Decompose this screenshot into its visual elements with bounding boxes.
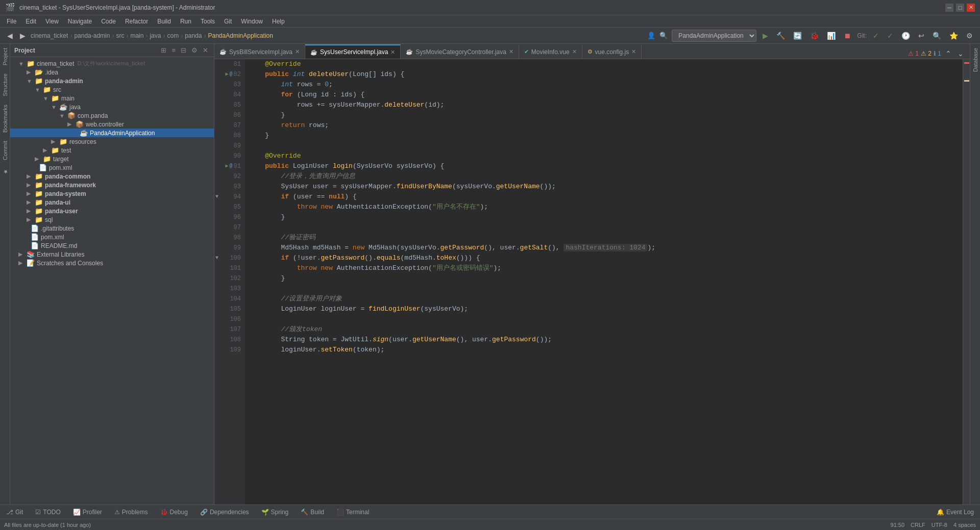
panel-sort-button[interactable]: ≡ <box>170 46 177 55</box>
tool-debug[interactable]: 🐞 Debug <box>158 508 190 517</box>
search-nav-icon[interactable]: 🔍 <box>659 32 668 40</box>
panel-layout-button[interactable]: ⊞ <box>159 46 168 55</box>
breadcrumb-class[interactable]: PandaAdminApplication <box>208 32 273 39</box>
tree-item-panda-ui[interactable]: ▶ 📁 panda-ui <box>10 198 214 207</box>
tab-movieinfo[interactable]: ✔ MovieInfo.vue ✕ <box>519 44 582 59</box>
at-gutter-icon-82[interactable]: @ <box>230 69 233 80</box>
tree-item-com-panda[interactable]: ▼ 📦 com.panda <box>10 111 214 120</box>
tab-vueconfig[interactable]: ⚙ vue.config.js ✕ <box>582 44 642 59</box>
menu-refactor[interactable]: Refactor <box>121 17 152 26</box>
breadcrumb-src[interactable]: src <box>116 32 124 39</box>
tool-dependencies[interactable]: 🔗 Dependencies <box>198 508 251 517</box>
minimize-button[interactable]: ─ <box>945 4 953 12</box>
git-history-button[interactable]: 🕐 <box>899 31 912 41</box>
tool-problems[interactable]: ⚠ Problems <box>112 508 150 517</box>
menu-navigate[interactable]: Navigate <box>64 17 96 26</box>
tree-item-panda-user[interactable]: ▶ 📁 panda-user <box>10 207 214 215</box>
tree-item-main[interactable]: ▼ 📁 main <box>10 94 214 103</box>
tree-item-idea[interactable]: ▶ 📂 .idea <box>10 68 214 77</box>
menu-tools[interactable]: Tools <box>197 17 219 26</box>
tree-item-src[interactable]: ▼ 📁 src <box>10 85 214 94</box>
tool-terminal[interactable]: ⬛ Terminal <box>334 508 371 517</box>
status-crlf[interactable]: CRLF <box>911 522 925 528</box>
tool-todo[interactable]: ☑ TODO <box>33 508 62 517</box>
status-charset[interactable]: UTF-8 <box>932 522 947 528</box>
bookmark-button[interactable]: ⭐ <box>947 31 960 41</box>
git-check-button[interactable]: ✓ <box>871 31 881 41</box>
tree-item-panda-system[interactable]: ▶ 📁 panda-system <box>10 189 214 198</box>
tool-build[interactable]: 🔨 Build <box>299 508 326 517</box>
tab-sysbill-close[interactable]: ✕ <box>295 48 300 55</box>
tree-item-gitattributes[interactable]: 📄 .gitattributes <box>10 224 214 233</box>
tab-vueconfig-close[interactable]: ✕ <box>631 48 636 55</box>
build-button[interactable]: 🔨 <box>774 31 787 41</box>
tab-sysmovie[interactable]: ☕ SysMovieCategoryController.java ✕ <box>401 44 519 59</box>
menu-help[interactable]: Help <box>268 17 289 26</box>
breadcrumb-main[interactable]: main <box>130 32 143 39</box>
menu-build[interactable]: Build <box>153 17 175 26</box>
git-rollback-button[interactable]: ↩ <box>916 31 926 41</box>
menu-run[interactable]: Run <box>176 17 195 26</box>
tool-git[interactable]: ⎇ Git <box>4 508 25 517</box>
menu-window[interactable]: Window <box>237 17 267 26</box>
collapse-editor-button[interactable]: ⌄ <box>955 48 966 59</box>
back-button[interactable]: ◀ <box>5 31 15 41</box>
tree-item-web-controller[interactable]: ▶ 📦 web.controller <box>10 120 214 129</box>
tree-item-panda-common[interactable]: ▶ 📁 panda-common <box>10 172 214 181</box>
profile-icon[interactable]: 👤 <box>647 32 655 40</box>
breadcrumb-module[interactable]: panda-admin <box>74 32 110 39</box>
settings-button[interactable]: ⚙ <box>964 31 975 41</box>
run-config-select[interactable]: PandaAdminApplication <box>672 30 756 42</box>
expand-editor-button[interactable]: ⌃ <box>943 48 953 59</box>
tree-item-test[interactable]: ▶ 📁 test <box>10 146 214 155</box>
tab-sysuser-close[interactable]: ✕ <box>390 49 395 56</box>
tree-item-resources[interactable]: ▶ 📁 resources <box>10 137 214 146</box>
forward-button[interactable]: ▶ <box>18 31 28 41</box>
sidebar-bookmarks-label[interactable]: Bookmarks <box>1 100 9 137</box>
breadcrumb-java[interactable]: java <box>150 32 161 39</box>
sidebar-project-label[interactable]: Project <box>1 44 9 69</box>
tree-item-sql[interactable]: ▶ 📁 sql <box>10 215 214 224</box>
maximize-button[interactable]: □ <box>956 4 964 12</box>
run-gutter-icon-82[interactable]: ▶ <box>226 69 229 80</box>
close-button[interactable]: ✕ <box>967 4 975 12</box>
run-button[interactable]: ▶ <box>761 31 770 41</box>
breadcrumb-com[interactable]: com <box>167 32 179 39</box>
tree-item-pom-root[interactable]: 📄 pom.xml <box>10 233 214 241</box>
status-event-log[interactable]: 🔔 Event Log <box>935 508 976 517</box>
run-gutter-icon-91[interactable]: ▶ <box>226 161 229 171</box>
stop-button[interactable]: ⏹ <box>842 31 853 41</box>
reload-button[interactable]: 🔄 <box>791 31 804 41</box>
sidebar-favorites-label[interactable]: ★ <box>1 164 9 179</box>
debug-button[interactable]: 🐞 <box>808 31 821 41</box>
search-button[interactable]: 🔍 <box>930 31 943 41</box>
fold-arrow-94[interactable]: ▼ <box>215 192 218 202</box>
tree-item-external-libs[interactable]: ▶ 📚 External Libraries <box>10 250 214 259</box>
panel-close-button[interactable]: ✕ <box>201 46 210 55</box>
menu-edit[interactable]: Edit <box>21 17 40 26</box>
menu-file[interactable]: File <box>3 17 20 26</box>
sidebar-commit-label[interactable]: Commit <box>1 137 9 164</box>
status-indent[interactable]: 4 spaces <box>953 522 976 528</box>
tree-item-pom-admin[interactable]: 📄 pom.xml <box>10 163 214 172</box>
status-position[interactable]: 91:50 <box>891 522 905 528</box>
tab-sysbill[interactable]: ☕ SysBillServiceImpl.java ✕ <box>214 44 305 59</box>
panel-settings-button[interactable]: ⚙ <box>190 46 199 55</box>
tree-item-java[interactable]: ▼ ☕ java <box>10 103 214 111</box>
menu-view[interactable]: View <box>41 17 63 26</box>
tree-item-target[interactable]: ▶ 📁 target <box>10 155 214 163</box>
tree-item-panda-admin-app[interactable]: ☕ PandaAdminApplication <box>10 129 214 137</box>
menu-code[interactable]: Code <box>97 17 120 26</box>
menu-git[interactable]: Git <box>220 17 236 26</box>
tool-profiler[interactable]: 📈 Profiler <box>71 508 104 517</box>
fold-arrow-100[interactable]: ▼ <box>215 253 218 263</box>
coverage-button[interactable]: 📊 <box>825 31 838 41</box>
tree-item-panda-admin[interactable]: ▼ 📁 panda-admin <box>10 77 214 85</box>
code-content[interactable]: @Override public int deleteUser(Long[] i… <box>245 59 963 504</box>
sidebar-structure-label[interactable]: Structure <box>1 69 9 100</box>
sidebar-database-label[interactable]: Database <box>971 44 979 76</box>
tree-item-cinema-ticket[interactable]: ▼ 📁 cinema_ticket D:\文件\work\cinema_tick… <box>10 59 214 68</box>
tree-item-readme[interactable]: 📄 README.md <box>10 241 214 250</box>
tree-item-scratches[interactable]: ▶ 📝 Scratches and Consoles <box>10 259 214 267</box>
tree-item-panda-framework[interactable]: ▶ 📁 panda-framework <box>10 181 214 189</box>
